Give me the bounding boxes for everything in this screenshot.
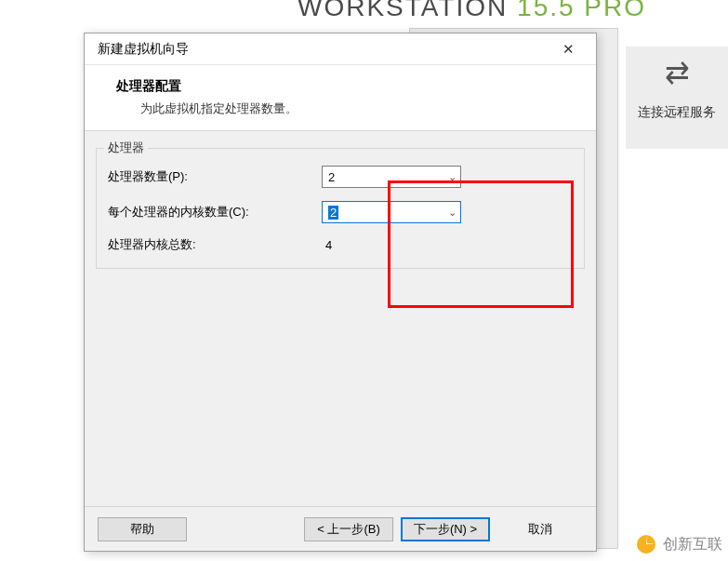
form-row-total: 处理器内核总数: 4 [108,236,573,253]
wizard-body: 处理器 处理器数量(P): 2 ⌄ 每个处理器的内核数量(C): 2 ⌄ 处理器… [85,131,596,506]
chevron-down-icon: ⌄ [448,207,457,219]
form-row-cores: 每个处理器的内核数量(C): 2 ⌄ [108,201,573,223]
window-title: 新建虚拟机向导 [98,41,189,58]
pacman-icon [635,533,657,555]
chevron-down-icon: ⌄ [448,171,457,183]
total-value: 4 [325,238,332,252]
back-button[interactable]: < 上一步(B) [304,517,393,541]
wizard-footer: 帮助 < 上一步(B) 下一步(N) > 取消 [85,506,596,551]
cores-combo[interactable]: 2 ⌄ [322,201,461,223]
total-label: 处理器内核总数: [108,236,322,253]
close-icon: ✕ [563,41,575,58]
cancel-label: 取消 [528,521,552,538]
processor-fieldset: 处理器 处理器数量(P): 2 ⌄ 每个处理器的内核数量(C): 2 ⌄ 处理器… [96,148,585,269]
brand-version: 15.5 [517,0,576,21]
help-label: 帮助 [130,521,154,538]
cancel-button[interactable]: 取消 [497,517,583,541]
brand-prefix: WORKSTATION [298,0,508,21]
processors-combo[interactable]: 2 ⌄ [322,166,461,188]
back-label: < 上一步(B) [317,521,380,538]
wizard-header: 处理器配置 为此虚拟机指定处理器数量。 [85,65,596,131]
processors-label: 处理器数量(P): [108,168,322,185]
watermark: 创新互联 [635,533,722,555]
cores-value: 2 [328,206,338,220]
form-row-processors: 处理器数量(P): 2 ⌄ [108,166,573,188]
next-label: 下一步(N) > [414,521,477,538]
connect-remote-label: 连接远程服务 [626,104,728,121]
brand-suffix: PRO [584,0,646,21]
next-button[interactable]: 下一步(N) > [401,517,490,541]
close-button[interactable]: ✕ [548,35,589,63]
wizard-header-desc: 为此虚拟机指定处理器数量。 [140,100,574,117]
watermark-text: 创新互联 [663,535,722,554]
connect-remote-tile[interactable]: ⇄ 连接远程服务 [626,47,728,149]
transfer-icon: ⇄ [626,58,728,87]
fieldset-legend: 处理器 [104,140,148,156]
help-button[interactable]: 帮助 [98,517,187,541]
titlebar: 新建虚拟机向导 ✕ [85,33,596,65]
background-brand: WORKSTATION 15.5 PRO [298,0,646,22]
wizard-dialog: 新建虚拟机向导 ✕ 处理器配置 为此虚拟机指定处理器数量。 处理器 处理器数量(… [84,33,597,552]
cores-label: 每个处理器的内核数量(C): [108,204,322,220]
wizard-header-title: 处理器配置 [116,78,574,95]
processors-value: 2 [328,170,335,184]
